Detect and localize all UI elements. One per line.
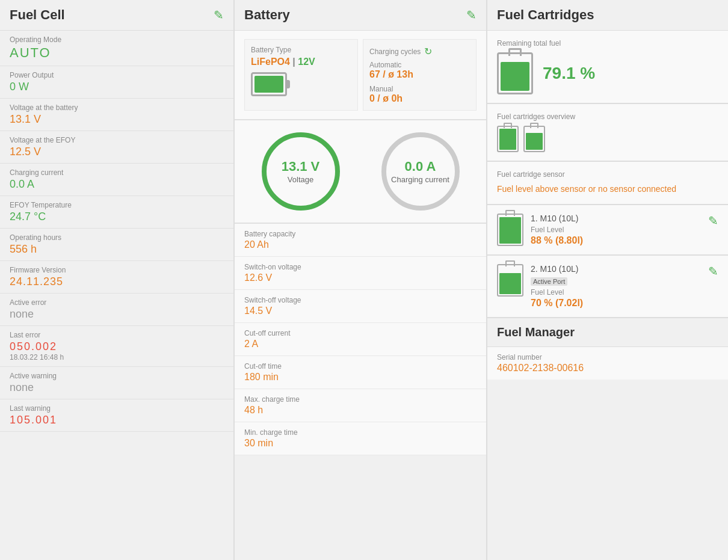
battery-edit-icon[interactable]: ✎ <box>466 8 477 22</box>
last-warning-label: Last warning <box>10 404 224 413</box>
power-output-label: Power Output <box>10 71 224 79</box>
small-cart-1-fill <box>499 129 516 150</box>
small-cart-1 <box>497 126 519 152</box>
overview-label: Fuel cartridges overview <box>497 112 718 121</box>
active-error-item: Active error none <box>0 294 233 326</box>
fuel-cartridges-title: Fuel Cartridges <box>497 7 594 23</box>
serial-value: 460102-2138-00616 <box>497 363 718 374</box>
power-output-item: Power Output 0 W <box>0 66 233 99</box>
cart1-fuel-value: 88 % (8.80l) <box>531 235 583 246</box>
cart1-edit-icon[interactable]: ✎ <box>708 214 718 228</box>
manual-value-text: 0 / ø 0h <box>369 93 403 103</box>
cart2-fuel-value: 70 % (7.02l) <box>531 298 583 309</box>
battery-header: Battery ✎ <box>235 0 486 31</box>
fuel-cell-header: Fuel Cell ✎ <box>0 0 233 31</box>
battery-fill <box>254 76 283 93</box>
cutoff-current-row: Cut-off current 2 A <box>235 323 486 356</box>
remaining-fuel-percent: 79.1 % <box>543 64 595 83</box>
operating-mode-value: AUTO <box>10 45 224 61</box>
cart2-card: 2. M10 (10L) Active Port Fuel Level 70 %… <box>487 256 728 318</box>
small-cart-2 <box>523 126 545 152</box>
cart1-fill <box>499 217 521 244</box>
battery-type-chemistry: LiFePO4 <box>251 57 290 67</box>
fuel-cell-edit-icon[interactable]: ✎ <box>214 8 224 22</box>
remaining-fuel-card: Remaining total fuel 79.1 % <box>487 31 728 104</box>
active-warning-item: Active warning none <box>0 367 233 399</box>
operating-hours-item: Operating hours 556 h <box>0 229 233 261</box>
gauges-section: 13.1 V Voltage 0.0 A Charging current <box>235 120 486 224</box>
min-charge-label: Min. charge time <box>244 428 477 437</box>
voltage-battery-label: Voltage at the battery <box>10 103 224 112</box>
cart2-icon <box>497 264 523 297</box>
voltage-efoy-item: Voltage at the EFOY 12.5 V <box>0 131 233 164</box>
voltage-gauge: 13.1 V Voltage <box>262 132 340 211</box>
battery-type-label: Battery Type <box>251 46 351 54</box>
current-gauge-container: 0.0 A Charging current <box>381 132 460 211</box>
overview-card: Fuel cartridges overview <box>487 104 728 162</box>
efoy-temp-value: 24.7 °C <box>10 211 224 223</box>
voltage-gauge-label: Voltage <box>288 175 313 184</box>
sensor-label: Fuel cartridge sensor <box>497 170 718 179</box>
sensor-card: Fuel cartridge sensor Fuel level above s… <box>487 162 728 205</box>
cart2-info: 2. M10 (10L) Active Port Fuel Level 70 %… <box>531 264 583 309</box>
current-gauge-label: Charging current <box>391 175 449 184</box>
voltage-efoy-label: Voltage at the EFOY <box>10 136 224 144</box>
fuel-cell-title: Fuel Cell <box>10 7 65 23</box>
sensor-value: Fuel level above sensor or no sensor con… <box>497 183 718 195</box>
cart1-name: 1. M10 (10L) <box>531 214 583 223</box>
automatic-value-text: 67 / ø 13h <box>369 69 413 79</box>
capacity-value: 20 Ah <box>244 239 477 250</box>
fuel-display: 79.1 % <box>497 52 718 94</box>
charging-cycles-section: Charging cycles ↻ Automatic 67 / ø 13h M… <box>363 39 477 111</box>
switch-off-value: 14.5 V <box>244 306 477 316</box>
firmware-item: Firmware Version 24.11.235 <box>0 261 233 294</box>
small-cartridges-row <box>497 126 718 152</box>
cutoff-time-value: 180 min <box>244 372 477 383</box>
max-charge-row: Max. charge time 48 h <box>235 389 486 422</box>
switch-off-label: Switch-off voltage <box>244 296 477 304</box>
manual-value: 0 / ø 0h <box>369 93 470 104</box>
efoy-temp-item: EFOY Temperature 24.7 °C <box>0 196 233 229</box>
voltage-battery-value: 13.1 V <box>10 113 224 126</box>
active-error-label: Active error <box>10 298 224 307</box>
cart1-card: 1. M10 (10L) Fuel Level 88 % (8.80l) ✎ <box>487 205 728 256</box>
remaining-fuel-label: Remaining total fuel <box>497 39 718 48</box>
operating-mode-item: Operating Mode AUTO <box>0 31 233 66</box>
cart2-name: 2. M10 (10L) <box>531 264 583 274</box>
remaining-fuel-icon <box>497 52 533 94</box>
capacity-row: Battery capacity 20 Ah <box>235 224 486 257</box>
charging-cycles-header: Charging cycles ↻ <box>369 46 470 57</box>
charging-current-label: Charging current <box>10 168 224 177</box>
battery-panel: Battery ✎ Battery Type LiFePO4 | 12V <box>235 0 487 560</box>
switch-on-value: 12.6 V <box>244 272 477 283</box>
refresh-icon[interactable]: ↻ <box>424 46 432 57</box>
last-error-label: Last error <box>10 331 224 339</box>
min-charge-row: Min. charge time 30 min <box>235 422 486 455</box>
firmware-value: 24.11.235 <box>10 275 224 288</box>
fuel-cell-panel: Fuel Cell ✎ Operating Mode AUTO Power Ou… <box>0 0 235 560</box>
fuel-manager-title: Fuel Manager <box>497 325 718 339</box>
voltage-gauge-value: 13.1 V <box>282 159 320 174</box>
operating-mode-label: Operating Mode <box>10 35 224 44</box>
small-cart-2-fill <box>526 133 543 150</box>
cart2-fuel-label: Fuel Level <box>531 288 583 297</box>
last-error-value: 050.002 <box>10 340 224 353</box>
cart1-header-row: 1. M10 (10L) Fuel Level 88 % (8.80l) ✎ <box>497 214 718 246</box>
active-port-badge: Active Port <box>531 277 567 286</box>
manual-label: Manual <box>369 85 470 93</box>
cart2-header-row: 2. M10 (10L) Active Port Fuel Level 70 %… <box>497 264 718 309</box>
automatic-label: Automatic <box>369 61 470 69</box>
fuel-cartridges-header: Fuel Cartridges <box>487 0 728 31</box>
fuel-cartridges-panel: Fuel Cartridges Remaining total fuel 79.… <box>487 0 728 560</box>
battery-type-voltage: 12V <box>298 57 315 67</box>
active-error-value: none <box>10 308 224 321</box>
capacity-label: Battery capacity <box>244 230 477 238</box>
battery-type-card: Battery Type LiFePO4 | 12V Charging cycl… <box>235 31 486 120</box>
firmware-label: Firmware Version <box>10 266 224 274</box>
cutoff-time-label: Cut-off time <box>244 362 477 371</box>
voltage-gauge-container: 13.1 V Voltage <box>262 132 340 211</box>
current-gauge-value: 0.0 A <box>405 159 436 174</box>
cart2-edit-icon[interactable]: ✎ <box>708 264 718 278</box>
max-charge-label: Max. charge time <box>244 395 477 404</box>
battery-title: Battery <box>244 7 290 23</box>
